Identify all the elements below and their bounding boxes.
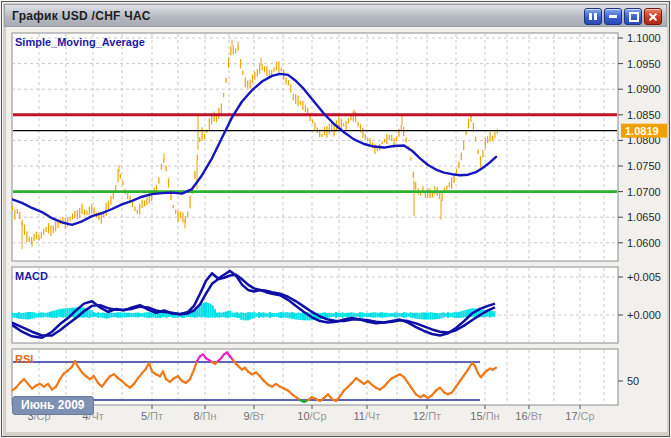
price-panel-label: Simple_Moving_Average — [15, 36, 145, 48]
svg-text:50: 50 — [627, 375, 639, 387]
window-controls — [584, 8, 662, 25]
svg-text:1.0950: 1.0950 — [627, 58, 661, 70]
svg-text:8/Пн: 8/Пн — [193, 410, 216, 422]
svg-text:1.0819: 1.0819 — [625, 125, 659, 137]
macd-panel-label: MACD — [15, 270, 48, 282]
svg-text:1.0650: 1.0650 — [627, 211, 661, 223]
svg-text:11/Чт: 11/Чт — [354, 410, 381, 422]
svg-text:10/Ср: 10/Ср — [297, 410, 326, 422]
svg-text:5/Пт: 5/Пт — [141, 410, 163, 422]
svg-text:+0.005: +0.005 — [627, 271, 661, 283]
rsi-panel-label: RSI — [15, 353, 33, 365]
svg-text:+0.000: +0.000 — [627, 309, 661, 321]
svg-text:1.0750: 1.0750 — [627, 160, 661, 172]
svg-text:1.1000: 1.1000 — [627, 32, 661, 44]
svg-text:1.0850: 1.0850 — [627, 109, 661, 121]
svg-text:1.0900: 1.0900 — [627, 83, 661, 95]
svg-text:1.0700: 1.0700 — [627, 186, 661, 198]
chart-content: 1.10001.09501.09001.08501.08001.07501.07… — [6, 27, 667, 432]
minimize-icon[interactable] — [604, 8, 622, 25]
svg-text:16/Вт: 16/Вт — [515, 410, 542, 422]
window-title: График USD /CHF ЧАС — [12, 9, 151, 23]
svg-text:12/Пт: 12/Пт — [413, 410, 441, 422]
svg-text:15/Пн: 15/Пн — [470, 410, 499, 422]
title-bar[interactable]: График USD /CHF ЧАС — [4, 4, 667, 27]
svg-text:17/Ср: 17/Ср — [565, 410, 594, 422]
svg-text:9/Вт: 9/Вт — [243, 410, 264, 422]
restore-icon[interactable] — [624, 8, 642, 25]
month-badge: Июнь 2009 — [12, 396, 94, 415]
chart-window: График USD /CHF ЧАС 1.10001.09501.09001.… — [1, 1, 670, 437]
chart-canvas: 1.10001.09501.09001.08501.08001.07501.07… — [6, 27, 667, 432]
svg-text:1.0600: 1.0600 — [627, 237, 661, 249]
pause-icon[interactable] — [584, 8, 602, 25]
close-icon[interactable] — [644, 8, 662, 25]
